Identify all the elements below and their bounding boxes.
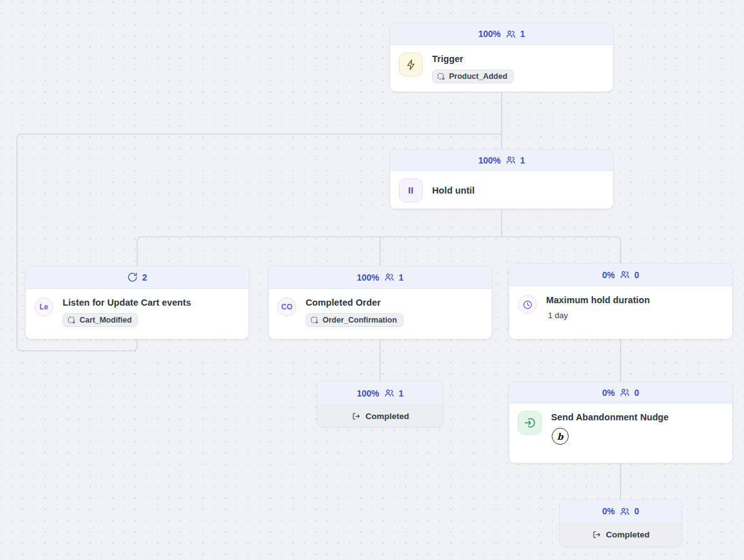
event-badge-icon [311, 316, 319, 324]
avatar: CO [277, 298, 296, 316]
exit-label: Completed [606, 530, 650, 539]
users-icon [505, 155, 516, 165]
pause-icon [399, 179, 423, 202]
node-nudge-stats: 0% 0 [509, 382, 732, 403]
node-max-hold-duration[interactable]: 0% 0 Maximum hold duration 1 day [509, 263, 733, 340]
avatar: Le [34, 298, 53, 316]
event-badge[interactable]: Order_Confirmation [306, 313, 403, 327]
node-title: Maximum hold duration [546, 295, 650, 305]
users-icon [619, 387, 630, 398]
exit-label: Completed [366, 412, 410, 421]
node-trigger[interactable]: 100% 1 Trigger Product_Added [390, 23, 614, 92]
node-exit-right-stats: 0% 0 [560, 500, 681, 523]
users-icon [384, 272, 395, 283]
node-title: Send Abandonment Nudge [551, 412, 669, 422]
users-icon [384, 388, 395, 398]
event-badge-icon [68, 316, 76, 324]
login-arrow-icon [518, 411, 542, 435]
event-badge-label: Product_Added [449, 72, 507, 81]
node-send-abandonment-nudge[interactable]: 0% 0 Send Abandonment Nudge b [509, 381, 733, 464]
event-badge-label: Order_Confirmation [323, 316, 397, 324]
stat-count: 0 [634, 388, 639, 398]
stat-count: 2 [142, 272, 147, 283]
stat-count: 0 [634, 506, 639, 516]
stat-percent: 0% [602, 388, 614, 398]
journey-canvas[interactable]: 100% 1 Trigger Product_Added [0, 0, 744, 560]
channel-icon: b [552, 428, 569, 445]
stat-count: 0 [634, 270, 639, 280]
node-max-hold-stats: 0% 0 [509, 264, 732, 286]
node-listen-update-cart[interactable]: 2 Le Listen for Update Cart events Cart_… [25, 266, 249, 340]
event-badge[interactable]: Product_Added [432, 70, 514, 83]
event-badge-label: Cart_Modified [80, 316, 132, 324]
exit-icon [592, 530, 601, 539]
node-completed-order-stats: 100% 1 [269, 266, 492, 289]
stat-count: 1 [520, 155, 525, 165]
stat-count: 1 [399, 388, 404, 398]
node-completed-order[interactable]: 100% 1 CO Completed Order Order_Confirma… [268, 266, 492, 340]
node-exit-completed-right[interactable]: 0% 0 Completed [559, 499, 682, 547]
stat-percent: 100% [357, 272, 380, 283]
users-icon [619, 506, 630, 517]
node-trigger-stats: 100% 1 [390, 23, 613, 45]
stat-percent: 100% [478, 155, 501, 165]
exit-icon [351, 412, 361, 421]
loop-icon [127, 272, 138, 283]
stat-percent: 0% [602, 270, 614, 280]
stat-percent: 100% [478, 29, 501, 39]
users-icon [619, 269, 630, 280]
event-badge-icon [437, 73, 445, 81]
stat-count: 1 [399, 272, 404, 283]
node-hold-stats: 100% 1 [390, 150, 613, 171]
connector-hold-branches [137, 209, 621, 266]
event-badge[interactable]: Cart_Modified [63, 313, 138, 327]
node-title: Completed Order [306, 298, 403, 308]
stat-percent: 0% [602, 506, 614, 516]
stat-count: 1 [520, 29, 525, 39]
node-title: Listen for Update Cart events [63, 298, 191, 308]
node-exit-completed-center[interactable]: 100% 1 Completed [317, 381, 443, 427]
stat-percent: 100% [357, 388, 380, 398]
node-title: Hold until [432, 185, 475, 195]
node-duration-value: 1 day [546, 311, 650, 320]
node-listen-stats: 2 [26, 266, 249, 289]
node-title: Trigger [432, 54, 514, 64]
clock-icon [518, 295, 537, 314]
node-exit-center-stats: 100% 1 [318, 381, 443, 405]
users-icon [505, 29, 516, 39]
zap-icon [399, 53, 423, 76]
node-hold-until[interactable]: 100% 1 Hold until [390, 149, 614, 209]
